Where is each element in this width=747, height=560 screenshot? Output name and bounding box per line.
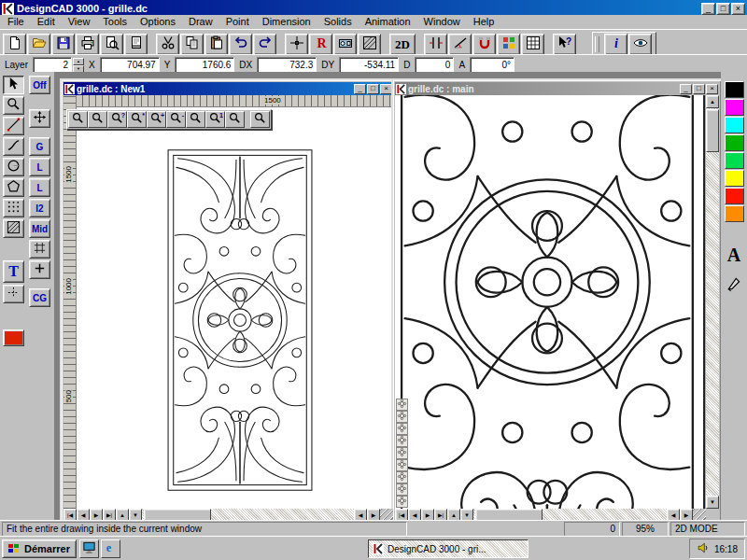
redline-button[interactable]: R [309,34,332,55]
quicklaunch-desktop-button[interactable] [79,539,99,558]
array-button[interactable] [497,34,520,55]
layer-value[interactable]: 2 [33,57,72,74]
win2-hscroll-thumb[interactable] [475,509,543,520]
snap-cg-button[interactable]: CG [29,288,50,307]
close-button[interactable]: × [731,3,745,15]
palette-color-3[interactable] [725,117,744,133]
task-button-designcad[interactable]: DesignCAD 3000 - gri... [368,539,529,558]
zoom-tool-button[interactable] [3,96,24,115]
page-setup-button[interactable] [124,34,148,55]
drawing-canvas-2[interactable] [395,95,706,509]
redo-button[interactable] [253,34,276,55]
mode-2d-button[interactable]: 2D [389,34,416,55]
win1-hscroll-track[interactable] [142,509,354,520]
toolbar-handle[interactable] [595,36,599,52]
win1-size-grip[interactable] [380,509,393,520]
win1-titlebar[interactable]: grille.dc : New1 _□× [63,82,393,95]
cut-button[interactable] [156,34,179,55]
scroll-down-button[interactable]: ▼ [706,496,719,509]
zoom-previous-button[interactable] [68,111,88,128]
coord-field-x[interactable]: 704.97 [100,57,160,74]
minimize-button[interactable]: _ [701,3,715,15]
close-button[interactable]: × [706,84,718,94]
maximize-button[interactable]: □ [716,3,730,15]
info-button[interactable]: i [604,34,627,55]
snap-off-button[interactable]: Off [29,76,50,94]
scroll-up-button[interactable]: ▲ [706,95,719,108]
win2-titlebar[interactable]: grille.dc : main _□× [395,82,719,95]
menu-help[interactable]: Help [467,15,501,29]
zoom-all-button[interactable]: * [127,111,147,128]
snap-i2-button[interactable]: I2 [29,199,50,217]
volume-icon[interactable] [697,541,710,556]
zoom-in-button[interactable]: + [147,111,166,128]
zoom-out-button[interactable]: - [166,111,186,128]
win2-size-grip[interactable] [693,509,706,520]
menu-tools[interactable]: Tools [96,15,134,29]
hatch-tool-button[interactable] [3,219,24,238]
menu-animation[interactable]: Animation [359,15,417,29]
pan-view-button[interactable] [29,109,50,128]
symbol-button-9[interactable] [396,496,408,508]
palette-color-2[interactable] [725,99,744,116]
snap-l-button[interactable]: L [29,158,50,176]
undo-button[interactable] [229,34,252,55]
grid-snap-button[interactable] [29,240,50,259]
win2-pan-button-6[interactable]: ▼ [460,509,473,520]
help-pointer-button[interactable]: ? [553,34,576,55]
coord-field-a[interactable]: 0° [470,57,514,74]
palette-color-7[interactable] [725,188,744,204]
win2-pan-button-3[interactable]: ▶ [421,509,434,520]
vscroll-thumb[interactable] [706,109,719,152]
paste-button[interactable] [204,34,228,55]
win1-pan-button-4[interactable]: ▶| [103,509,116,520]
save-button[interactable] [51,34,75,55]
active-color-swatch[interactable] [3,329,24,346]
zoom-window-button[interactable] [88,111,107,128]
palette-color-6[interactable] [725,170,744,187]
palette-color-8[interactable] [725,205,744,222]
maximize-button[interactable]: □ [367,84,379,94]
zoom-page-button[interactable] [250,111,270,128]
win1-pan-button-1[interactable]: |◀ [63,509,77,520]
menu-dimension[interactable]: Dimension [256,15,317,29]
palette-color-4[interactable] [725,134,744,151]
win1-pan-button-3[interactable]: ▶ [90,509,103,520]
quicklaunch-explorer-button[interactable]: e [101,539,120,558]
view-button[interactable] [628,34,652,55]
coord-field-d[interactable]: 0 [415,57,454,74]
menu-file[interactable]: File [1,15,31,29]
win1-pan-right-button-2[interactable]: ▶ [367,509,380,520]
win1-hscroll-thumb[interactable] [144,509,211,520]
curve-tool-button[interactable] [3,137,24,156]
zoom-query-button[interactable]: ? [107,111,127,128]
palette-color-5[interactable] [725,152,744,169]
start-button[interactable]: Démarrer [2,539,77,558]
circle-tool-button[interactable] [3,158,24,176]
minimize-button[interactable]: _ [354,84,366,94]
snap-mid-button[interactable]: Mid [29,219,50,238]
print-preview-button[interactable] [100,34,123,55]
select-tool-button[interactable] [3,76,24,94]
zoom-fit-button[interactable] [225,111,245,128]
line-tool-button[interactable] [3,117,24,135]
layer-combo[interactable]: 2 ▲ ▼ [33,57,84,74]
menu-view[interactable]: View [62,15,97,29]
menu-point[interactable]: Point [219,15,256,29]
menu-edit[interactable]: Edit [31,15,62,29]
menu-solids[interactable]: Solids [317,15,359,29]
open-button[interactable] [27,34,50,55]
menu-draw[interactable]: Draw [182,15,219,29]
new-button[interactable] [3,34,26,55]
win2-pan-button-1[interactable]: |◀ [395,509,408,520]
win2-pan-button-2[interactable]: ◀ [408,509,421,520]
win1-pan-button-2[interactable]: ◀ [77,509,90,520]
point-mark-button[interactable] [3,285,24,303]
win2-hscroll-track[interactable] [473,509,667,520]
win2-pan-button-4[interactable]: ▶| [434,509,447,520]
grid-tool-button[interactable] [3,199,24,217]
incline-button[interactable] [448,34,472,55]
plus-snap-button[interactable] [29,260,50,279]
palette-color-1[interactable] [725,81,744,98]
win1-pan-button-5[interactable]: ▲ [116,509,129,520]
